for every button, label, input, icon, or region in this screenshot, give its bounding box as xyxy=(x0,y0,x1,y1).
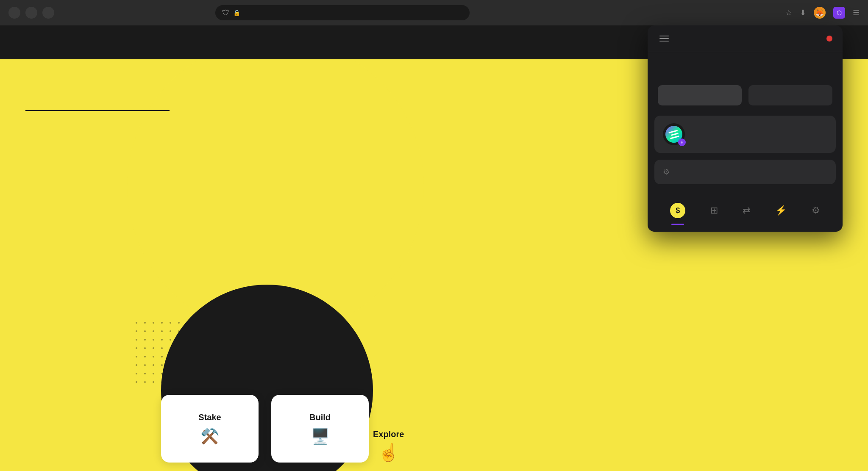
nav-apps-item[interactable]: ⊞ xyxy=(707,202,721,219)
build-card-label: Build xyxy=(309,413,331,422)
stake-card[interactable]: Stake ⚒️ xyxy=(161,395,259,463)
build-card-icon: 🖥️ xyxy=(311,427,330,445)
wallet-actions xyxy=(648,85,843,116)
stake-card-icon: ⚒️ xyxy=(200,427,220,445)
metamask-icon[interactable]: 🦊 xyxy=(814,7,826,19)
receive-button[interactable] xyxy=(658,85,742,105)
wallet-menu-button[interactable] xyxy=(658,34,670,43)
stake-card-label: Stake xyxy=(198,413,221,422)
forward-button[interactable] xyxy=(25,7,37,19)
browser-toolbar: ☆ ⬇ 🦊 ⬡ ☰ xyxy=(785,7,860,19)
browser-nav xyxy=(8,7,54,19)
send-button[interactable] xyxy=(748,85,832,105)
lightning-icon: ⚡ xyxy=(775,205,787,216)
menu-line-2 xyxy=(659,38,669,39)
activity-arrows-icon: ⇄ xyxy=(743,205,750,216)
menu-icon[interactable]: ☰ xyxy=(853,8,860,17)
nav-settings-item[interactable]: ⚙ xyxy=(808,202,823,219)
deposit-info xyxy=(692,133,827,135)
plus-badge: + xyxy=(678,139,686,146)
active-nav-indicator xyxy=(671,224,684,225)
wallet-dollar-icon: $ xyxy=(670,203,685,218)
wallet-balance-section xyxy=(648,52,843,85)
browser-chrome: 🛡 🔒 ☆ ⬇ 🦊 ⬡ ☰ xyxy=(0,0,868,25)
deposit-sol-section[interactable]: + xyxy=(654,116,836,153)
hero-divider xyxy=(25,110,170,111)
sol-line-3 xyxy=(670,135,679,139)
manage-token-icon: ⚙ xyxy=(663,167,670,177)
puzzle-icon: ⬡ xyxy=(837,9,842,16)
apps-grid-icon: ⊞ xyxy=(710,205,718,216)
extension-icon[interactable]: ⬡ xyxy=(833,7,845,19)
cards-row: Stake ⚒️ Build 🖥️ xyxy=(161,395,369,463)
explore-icon: ☝️ xyxy=(373,443,404,463)
nav-lightning-item[interactable]: ⚡ xyxy=(772,202,790,219)
nav-wallet-item[interactable]: $ xyxy=(667,199,689,222)
manage-token-section[interactable]: ⚙ xyxy=(654,160,836,184)
explore-label: Explore xyxy=(373,429,404,439)
wallet-header xyxy=(648,25,843,52)
wallet-status-indicator xyxy=(826,36,832,42)
menu-line-1 xyxy=(659,36,669,36)
address-bar[interactable]: 🛡 🔒 xyxy=(215,5,470,20)
wallet-bottom-nav: $ ⊞ ⇄ ⚡ ⚙ xyxy=(648,193,843,232)
build-card[interactable]: Build 🖥️ xyxy=(271,395,369,463)
sol-lines xyxy=(668,130,679,139)
refresh-button[interactable] xyxy=(42,7,54,19)
back-button[interactable] xyxy=(8,7,20,19)
bookmark-icon[interactable]: ☆ xyxy=(785,8,792,17)
hero-content xyxy=(25,110,407,111)
lock-icon: 🔒 xyxy=(233,9,240,16)
shield-icon: 🛡 xyxy=(222,8,230,17)
settings-gear-icon: ⚙ xyxy=(812,205,820,216)
sol-line-2 xyxy=(671,133,679,136)
sol-logo: + xyxy=(663,123,685,145)
menu-line-3 xyxy=(659,41,669,42)
explore-area: Explore ☝️ xyxy=(373,429,404,463)
wallet-popup: + ⚙ $ ⊞ ⇄ ⚡ ⚙ xyxy=(648,25,843,232)
nav-activity-item[interactable]: ⇄ xyxy=(739,202,754,219)
download-icon[interactable]: ⬇ xyxy=(800,8,806,17)
